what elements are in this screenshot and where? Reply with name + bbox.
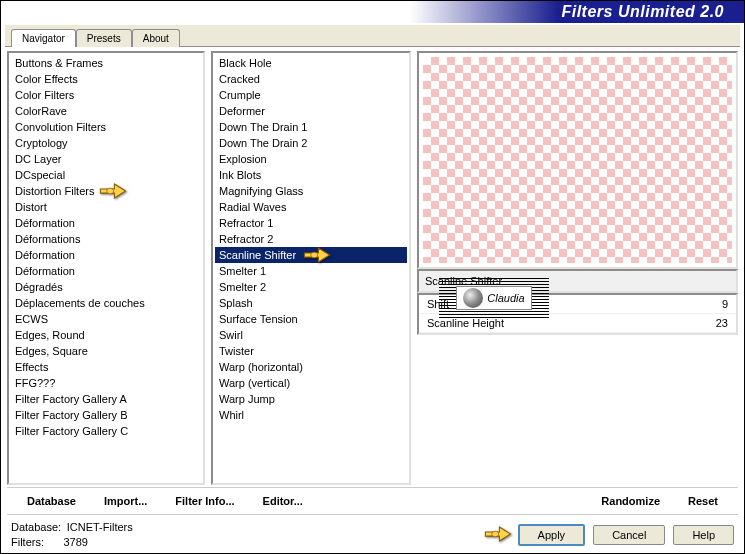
filter-item[interactable]: Smelter 2 bbox=[215, 279, 407, 295]
category-item[interactable]: Déformations bbox=[11, 231, 201, 247]
category-item[interactable]: Edges, Square bbox=[11, 343, 201, 359]
filter-item[interactable]: Splash bbox=[215, 295, 407, 311]
editor-button[interactable]: Editor... bbox=[253, 492, 313, 510]
action-buttons: Apply Cancel Help bbox=[518, 524, 734, 546]
filter-list[interactable]: Black HoleCrackedCrumpleDeformerDown The… bbox=[213, 53, 409, 483]
status-info: Database: ICNET-Filters Filters: 3789 bbox=[11, 520, 133, 550]
filter-item[interactable]: Black Hole bbox=[215, 55, 407, 71]
category-item[interactable]: ColorRave bbox=[11, 103, 201, 119]
filter-item[interactable]: Swirl bbox=[215, 327, 407, 343]
filter-item[interactable]: Surface Tension bbox=[215, 311, 407, 327]
watermark: Claudia bbox=[439, 278, 549, 318]
filter-item[interactable]: Down The Drain 2 bbox=[215, 135, 407, 151]
filter-item[interactable]: Radial Waves bbox=[215, 199, 407, 215]
filters-count: 3789 bbox=[63, 536, 87, 548]
filter-item[interactable]: Cracked bbox=[215, 71, 407, 87]
category-panel: Buttons & FramesColor EffectsColor Filte… bbox=[7, 51, 205, 485]
filter-panel: Black HoleCrackedCrumpleDeformerDown The… bbox=[211, 51, 411, 485]
preview-area bbox=[417, 51, 738, 269]
database-button[interactable]: Database bbox=[17, 492, 86, 510]
category-item[interactable]: Distort bbox=[11, 199, 201, 215]
import-button[interactable]: Import... bbox=[94, 492, 157, 510]
filter-item[interactable]: Warp Jump bbox=[215, 391, 407, 407]
category-item[interactable]: Buttons & Frames bbox=[11, 55, 201, 71]
category-item[interactable]: DC Layer bbox=[11, 151, 201, 167]
tab-navigator[interactable]: Navigator bbox=[11, 29, 76, 47]
filter-item[interactable]: Refractor 2 bbox=[215, 231, 407, 247]
category-item[interactable]: Convolution Filters bbox=[11, 119, 201, 135]
db-label: Database: bbox=[11, 521, 61, 533]
svg-point-0 bbox=[107, 188, 114, 194]
tab-strip: Navigator Presets About bbox=[5, 25, 740, 47]
help-button[interactable]: Help bbox=[673, 525, 734, 545]
svg-point-1 bbox=[311, 252, 318, 258]
category-item[interactable]: Distortion Filters bbox=[11, 183, 201, 199]
filter-item[interactable]: Warp (horizontal) bbox=[215, 359, 407, 375]
preview-image bbox=[423, 57, 732, 263]
randomize-button[interactable]: Randomize bbox=[591, 492, 670, 510]
cancel-button[interactable]: Cancel bbox=[593, 525, 665, 545]
category-item[interactable]: Déformation bbox=[11, 215, 201, 231]
category-item[interactable]: Effects bbox=[11, 359, 201, 375]
category-list[interactable]: Buttons & FramesColor EffectsColor Filte… bbox=[9, 53, 203, 483]
category-item[interactable]: Filter Factory Gallery C bbox=[11, 423, 201, 439]
category-item[interactable]: Déplacements de couches bbox=[11, 295, 201, 311]
tab-presets[interactable]: Presets bbox=[76, 29, 132, 47]
filter-info-button[interactable]: Filter Info... bbox=[165, 492, 244, 510]
category-item[interactable]: Filter Factory Gallery B bbox=[11, 407, 201, 423]
category-item[interactable]: Dégradés bbox=[11, 279, 201, 295]
filter-item[interactable]: Deformer bbox=[215, 103, 407, 119]
filter-item[interactable]: Ink Blots bbox=[215, 167, 407, 183]
filter-item[interactable]: Warp (vertical) bbox=[215, 375, 407, 391]
app-title: Filters Unlimited 2.0 bbox=[561, 3, 724, 21]
param-value: 23 bbox=[716, 317, 728, 329]
filter-item[interactable]: Twister bbox=[215, 343, 407, 359]
reset-button[interactable]: Reset bbox=[678, 492, 728, 510]
filters-label: Filters: bbox=[11, 536, 44, 548]
apply-button[interactable]: Apply bbox=[518, 524, 586, 546]
category-item[interactable]: Color Effects bbox=[11, 71, 201, 87]
category-item[interactable]: Cryptology bbox=[11, 135, 201, 151]
filter-item[interactable]: Magnifying Glass bbox=[215, 183, 407, 199]
category-item[interactable]: FFG??? bbox=[11, 375, 201, 391]
category-item[interactable]: Déformation bbox=[11, 263, 201, 279]
toolbar: Database Import... Filter Info... Editor… bbox=[7, 487, 738, 515]
category-item[interactable]: ECWS bbox=[11, 311, 201, 327]
right-panel: Scanline Shifter Shift9Scanline Height23 bbox=[417, 51, 738, 485]
category-item[interactable]: Edges, Round bbox=[11, 327, 201, 343]
tab-about[interactable]: About bbox=[132, 29, 180, 47]
globe-icon bbox=[463, 288, 483, 308]
filter-item[interactable]: Down The Drain 1 bbox=[215, 119, 407, 135]
filter-item[interactable]: Refractor 1 bbox=[215, 215, 407, 231]
category-item[interactable]: Déformation bbox=[11, 247, 201, 263]
status-bar: Database: ICNET-Filters Filters: 3789 Ap… bbox=[1, 515, 744, 554]
db-value: ICNET-Filters bbox=[67, 521, 133, 533]
param-name: Scanline Height bbox=[427, 317, 504, 329]
filter-item[interactable]: Whirl bbox=[215, 407, 407, 423]
param-value: 9 bbox=[722, 298, 728, 310]
filter-item[interactable]: Crumple bbox=[215, 87, 407, 103]
title-bar: Filters Unlimited 2.0 bbox=[1, 1, 744, 23]
category-item[interactable]: Color Filters bbox=[11, 87, 201, 103]
filter-item[interactable]: Smelter 1 bbox=[215, 263, 407, 279]
category-item[interactable]: Filter Factory Gallery A bbox=[11, 391, 201, 407]
main-panel: Buttons & FramesColor EffectsColor Filte… bbox=[1, 47, 744, 487]
category-item[interactable]: DCspecial bbox=[11, 167, 201, 183]
filter-item[interactable]: Scanline Shifter bbox=[215, 247, 407, 263]
watermark-text: Claudia bbox=[487, 292, 524, 304]
filter-item[interactable]: Explosion bbox=[215, 151, 407, 167]
